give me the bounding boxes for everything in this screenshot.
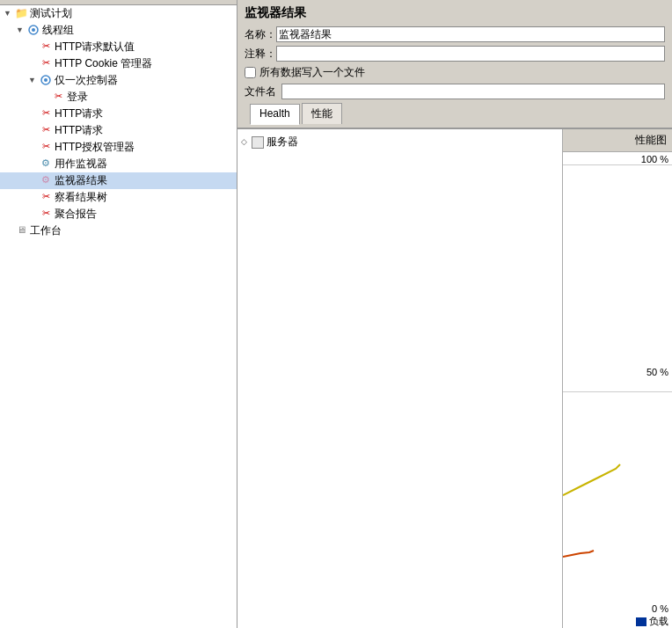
- tree-item-label: 监视器结果: [55, 173, 107, 188]
- checkbox-label: 所有数据写入一个文件: [259, 65, 365, 80]
- tree-item-http-auth[interactable]: ✂HTTP授权管理器: [0, 139, 237, 156]
- tree-item-label: HTTP Cookie 管理器: [55, 56, 152, 71]
- legend-color-block: [636, 617, 646, 626]
- tree-item-label: 聚合报告: [55, 207, 97, 222]
- filename-input[interactable]: [281, 84, 665, 99]
- arrow-icon: [28, 109, 39, 120]
- name-input[interactable]: [276, 26, 665, 42]
- server-folder-icon: [252, 136, 264, 149]
- tree-item-results-tree[interactable]: ✂察看结果树: [0, 189, 237, 206]
- tree-item-http-cookie[interactable]: ✂HTTP Cookie 管理器: [0, 55, 237, 72]
- tree-item-http-request1[interactable]: ✂HTTP请求: [0, 106, 237, 122]
- tree-item-workbench[interactable]: 🖥工作台: [0, 223, 237, 239]
- tree-item-once-controller[interactable]: ▼仅一次控制器: [0, 72, 237, 89]
- tree-item-label: HTTP请求: [55, 123, 103, 138]
- svg-point-3: [44, 78, 47, 82]
- tree-item-thread-group[interactable]: ▼线程组: [0, 22, 237, 39]
- right-header: 监视器结果 名称： 注释： 所有数据写入一个文件 文件名 Health 性能: [237, 0, 672, 128]
- tree-item-label: HTTP请求默认值: [55, 40, 135, 55]
- arrow-icon: [28, 176, 39, 186]
- node-icon: ✂: [51, 91, 65, 105]
- node-icon: 🖥: [14, 224, 28, 238]
- chart-area: 性能图 100 % 50 % 0 % 负载: [563, 129, 672, 628]
- content-tree: ◇ 服务器: [237, 129, 563, 628]
- tree-item-label: 察看结果树: [55, 190, 107, 205]
- right-panel: 监视器结果 名称： 注释： 所有数据写入一个文件 文件名 Health 性能 ◇: [237, 0, 672, 628]
- content-area: ◇ 服务器 性能图 100 % 50 % 0 %: [237, 128, 672, 628]
- tree-item-login[interactable]: ✂登录: [0, 89, 237, 106]
- tree-item-monitor-listener[interactable]: ⚙用作监视器: [0, 156, 237, 172]
- legend-label: 负载: [649, 615, 668, 628]
- server-arrow-icon: ◇: [241, 137, 252, 148]
- chart-body: 100 % 50 % 0 % 负载: [563, 152, 672, 628]
- tab-bar: Health 性能: [245, 103, 665, 124]
- tree-item-label: 用作监视器: [55, 157, 107, 172]
- arrow-icon: [28, 193, 39, 203]
- node-icon: ✂: [39, 124, 53, 138]
- page-title: 监视器结果: [245, 5, 665, 21]
- comment-row: 注释：: [245, 46, 665, 62]
- tree-item-label: 工作台: [30, 223, 62, 238]
- left-tree-panel: ▼📁测试计划▼线程组✂HTTP请求默认值✂HTTP Cookie 管理器▼仅一次…: [0, 0, 237, 628]
- server-label: 服务器: [267, 135, 298, 150]
- node-icon: ✂: [39, 141, 53, 155]
- node-icon: [39, 74, 53, 88]
- tree-container: ▼📁测试计划▼线程组✂HTTP请求默认值✂HTTP Cookie 管理器▼仅一次…: [0, 5, 237, 239]
- arrow-icon: ▼: [4, 9, 14, 19]
- tree-item-label: HTTP请求: [55, 106, 103, 121]
- arrow-icon: [28, 59, 39, 69]
- tree-item-monitor-results[interactable]: ⚙监视器结果: [0, 172, 237, 189]
- server-row: ◇ 服务器: [237, 133, 562, 151]
- arrow-icon: ▼: [28, 76, 39, 86]
- arrow-icon: [28, 159, 39, 170]
- tree-item-label: 仅一次控制器: [55, 73, 118, 88]
- name-label: 名称：: [245, 27, 276, 42]
- node-icon: 📁: [14, 7, 28, 21]
- node-icon: ⚙: [39, 174, 53, 188]
- tree-item-label: 测试计划: [30, 6, 72, 21]
- arrow-icon: [40, 92, 51, 103]
- tab-health[interactable]: Health: [250, 104, 300, 125]
- comment-label: 注释：: [245, 47, 276, 62]
- chart-title: 性能图: [563, 129, 672, 152]
- filename-row: 文件名: [245, 84, 665, 99]
- chart-legend: 负载: [636, 615, 668, 628]
- arrow-icon: ▼: [16, 26, 26, 36]
- filename-label: 文件名: [245, 84, 281, 99]
- tree-item-http-defaults[interactable]: ✂HTTP请求默认值: [0, 39, 237, 55]
- chart-svg: [563, 152, 672, 628]
- node-icon: ✂: [39, 191, 53, 205]
- node-icon: ⚙: [39, 157, 53, 172]
- tree-item-label: 线程组: [42, 23, 74, 38]
- node-icon: ✂: [39, 40, 53, 55]
- name-row: 名称：: [245, 26, 665, 42]
- node-icon: ✂: [39, 208, 53, 222]
- write-all-checkbox[interactable]: [245, 67, 256, 78]
- tree-item-label: 登录: [67, 90, 88, 105]
- arrow-icon: [28, 42, 39, 53]
- svg-point-1: [32, 28, 35, 32]
- arrow-icon: [28, 142, 39, 153]
- arrow-icon: [4, 226, 14, 237]
- tree-item-test-plan[interactable]: ▼📁测试计划: [0, 5, 237, 22]
- checkbox-row: 所有数据写入一个文件: [245, 65, 665, 80]
- tree-item-http-request2[interactable]: ✂HTTP请求: [0, 122, 237, 139]
- node-icon: ✂: [39, 57, 53, 71]
- tree-item-label: HTTP授权管理器: [55, 140, 135, 155]
- tree-item-agg-report[interactable]: ✂聚合报告: [0, 206, 237, 223]
- comment-input[interactable]: [276, 46, 665, 62]
- arrow-icon: [28, 209, 39, 220]
- node-icon: ✂: [39, 107, 53, 121]
- tab-performance[interactable]: 性能: [302, 103, 342, 124]
- arrow-icon: [28, 126, 39, 136]
- node-icon: [26, 24, 40, 38]
